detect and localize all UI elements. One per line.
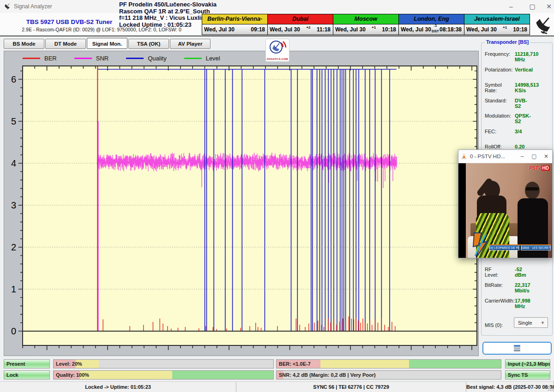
vlc-cone-icon	[461, 153, 467, 160]
pstv-logo: PSTVHD	[529, 166, 550, 171]
signal-monitor-panel: BERSNRQualityLevel 0123456	[4, 51, 479, 356]
clock-time-row: Wed, Jul 30+110:18	[464, 24, 530, 35]
field-label: BitRate:	[485, 282, 503, 288]
site-info-line: PF Prodelin 450/Lučenec-Slovakia	[119, 1, 217, 8]
video-lower-third: Drj LEOPARDS DE PAPSON DANS : LES SECRET…	[489, 244, 551, 250]
vlc-window: 0 - PSTV HD... – ▢ ✕ PSTVHD Drj LEOPARDS…	[458, 149, 553, 258]
chevron-down-icon: ▼	[541, 321, 545, 325]
video-person-right-glasses	[526, 187, 539, 190]
legend-swatch-snr	[74, 58, 92, 59]
field-value: QPSK-S2	[515, 113, 531, 124]
meter-segment	[80, 371, 172, 379]
present-indicator-label: Present	[6, 360, 25, 368]
field-value: 17,998 MHz	[515, 298, 530, 309]
y-tick-label: 2	[11, 242, 16, 252]
input-indicator-label: Input (~21,3 Mbps)	[508, 360, 550, 368]
field-label: CarrierWidth:	[485, 298, 515, 303]
window-titlebar	[0, 0, 554, 13]
field-label: RollOff:	[485, 144, 501, 149]
vlc-minimize-button[interactable]: –	[516, 153, 528, 160]
field-value: 0.20	[515, 144, 524, 149]
lock-indicator: Lock	[4, 370, 50, 380]
clock-utc-offset: +2	[300, 28, 317, 31]
clock-time-row: Wed, Jul 30-1DST08:18:38	[399, 24, 464, 35]
vlc-titlebar[interactable]: 0 - PSTV HD... – ▢ ✕	[458, 150, 552, 163]
clock-time-value: 10:18	[382, 26, 398, 33]
y-tick-label: 1	[11, 284, 16, 294]
close-button[interactable]: ✕	[541, 1, 554, 12]
field-value: Vertical	[515, 67, 533, 72]
clock-date: Wed, Jul 30	[399, 26, 431, 33]
drive-icon	[513, 344, 521, 352]
tab-bs-mode[interactable]: BS Mode	[4, 39, 44, 49]
field-value: 3/4	[515, 129, 522, 134]
y-tick-label: 0	[11, 326, 16, 336]
world-clock-bar: Berlin-Paris-Vienna-RomaWed, Jul 3009:18…	[202, 14, 530, 35]
y-tick-label: 6	[11, 74, 16, 84]
transponder-groupbox-title: Transponder [BS]	[485, 39, 530, 45]
status-best-signal: Best signal: 4,3 dB (2025-07-30 08:38)	[466, 382, 554, 392]
resize-grip[interactable]	[548, 386, 553, 391]
clock-cell-2: DubaiWed, Jul 30+211:18	[267, 14, 333, 35]
lock-indicator-label: Lock	[6, 371, 18, 380]
clock-utc-offset: +1	[497, 28, 513, 31]
field-label: Symbol Rate:	[485, 82, 502, 93]
clock-cell-4: London, EngWed, Jul 30-1DST08:18:38	[398, 14, 464, 35]
field-label: RF Level:	[485, 267, 498, 278]
clock-time-row: Wed, Jul 30+110:18	[333, 24, 398, 35]
pstv-hd-badge: HD	[542, 166, 550, 171]
dxsatcs-logo: DXSATCS.COM	[265, 39, 289, 62]
input-indicator: Input (~21,3 Mbps)	[505, 359, 550, 368]
ber-meter: BER: <1.0E-7	[276, 359, 501, 368]
video-scene: PSTVHD Drj LEOPARDS DE PAPSON DANS : LES…	[466, 163, 552, 258]
tuner-title: TBS 5927 USB DVB-S2 Tuner	[0, 18, 138, 25]
clock-time-row: Wed, Jul 30+211:18	[268, 24, 333, 35]
legend-label-snr: SNR	[96, 55, 108, 62]
pstv-logo-text: PSTV	[529, 166, 541, 171]
mis-select[interactable]: Single ▼	[514, 317, 548, 328]
legend-swatch-ber	[23, 58, 40, 59]
banner-right-text: DANS : LES SECRETS ((( +243826270247	[521, 245, 551, 250]
vlc-maximize-button[interactable]: ▢	[528, 153, 540, 160]
vlc-close-button[interactable]: ✕	[540, 153, 552, 160]
banner-left-text: Drj LEOPARDS DE PAPSON	[489, 245, 519, 250]
sync-ts-indicator-label: Sync TS	[508, 371, 528, 380]
status-uptime: Locked -> Uptime: 01:05:23	[0, 382, 236, 392]
capture-button[interactable]	[482, 342, 552, 355]
quality-meter: Quality: 100%	[53, 370, 274, 380]
clock-time-value: 11:18	[317, 26, 333, 33]
clock-time-value: 08:18:38	[440, 26, 464, 33]
field-value: -52 dBm	[515, 267, 526, 278]
y-tick-label: 4	[11, 158, 16, 168]
clock-date: Wed, Jul 30	[202, 26, 235, 33]
legend-swatch-level	[184, 58, 202, 59]
clock-date: Wed, Jul 30	[464, 26, 497, 33]
clock-cell-5: Jerusalem-IsraelWed, Jul 30+110:18	[464, 14, 530, 35]
clock-date: Wed, Jul 30	[333, 26, 366, 33]
minimize-button[interactable]: –	[503, 1, 519, 12]
field-value: 22,317 Mbit/s	[515, 282, 530, 293]
tab-signal-mon-[interactable]: Signal Mon.	[87, 38, 127, 49]
clock-city-label: London, Eng	[399, 14, 464, 24]
legend-label-quality: Quality	[148, 55, 166, 62]
tab-dt-mode[interactable]: DT Mode	[45, 39, 86, 49]
legend-label-level: Level	[206, 55, 220, 62]
tab-av-player[interactable]: AV Player	[170, 39, 211, 49]
vlc-window-title: 0 - PSTV HD...	[470, 154, 516, 159]
legend-swatch-quality	[126, 58, 144, 59]
tab-tsa-ok-[interactable]: TSA (OK)	[128, 39, 169, 49]
plot-area	[23, 66, 477, 345]
clock-city-label: Jerusalem-Israel	[464, 14, 530, 24]
mode-tabs: BS ModeDT ModeSignal Mon.TSA (OK)AV Play…	[4, 39, 211, 49]
clock-city-label: Moscow	[333, 14, 398, 24]
dxsatcs-logo-graphic	[268, 39, 287, 56]
field-label: Standard:	[485, 98, 507, 103]
clock-utc-offset: -1DST	[431, 26, 440, 33]
window-title: Signal Analyzer	[14, 3, 52, 10]
y-tick-label: 5	[11, 116, 16, 126]
signal-chart: 0123456	[4, 63, 479, 356]
maximize-button[interactable]: ▢	[524, 1, 540, 12]
vlc-video-area[interactable]: PSTVHD Drj LEOPARDS DE PAPSON DANS : LES…	[458, 163, 552, 258]
meter-segment	[172, 371, 273, 379]
clock-cell-1: Berlin-Paris-Vienna-RomaWed, Jul 3009:18	[202, 14, 267, 35]
